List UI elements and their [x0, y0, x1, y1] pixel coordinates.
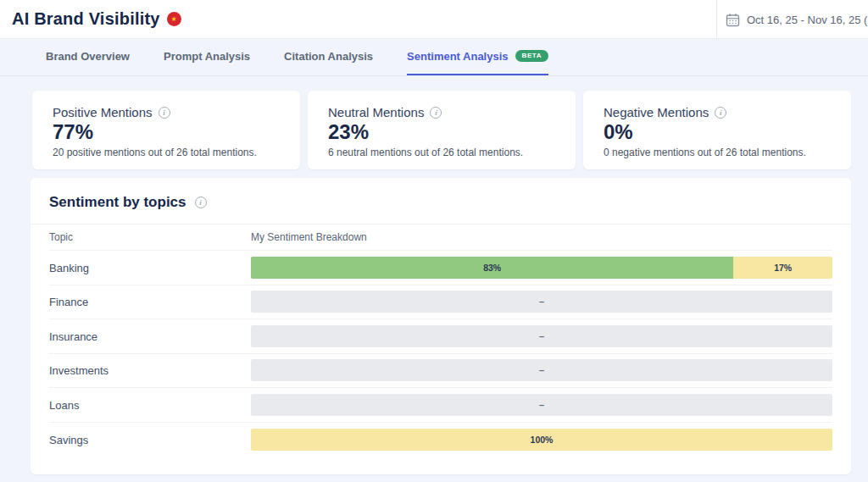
sentiment-segment-neutral[interactable]: 100% — [251, 429, 832, 451]
info-icon[interactable]: i — [159, 107, 170, 119]
sentiment-bar-empty: – — [251, 325, 832, 347]
stat-label: Neutral Mentions — [328, 105, 424, 119]
table-header-row: Topic My Sentiment Breakdown — [49, 224, 832, 251]
table-row-finance: Finance– — [49, 285, 832, 320]
stat-card-negative-mentions: Negative Mentionsi0%0 negative mentions … — [583, 91, 851, 169]
topic-name: Savings — [49, 434, 88, 446]
table-body: Banking83%17%Finance–Insurance–Investmen… — [31, 251, 851, 457]
panel-title: Sentiment by topics — [49, 194, 186, 211]
breakdown-cell: – — [251, 394, 832, 416]
app-header: AI Brand Visibility ★ Oct 16, 25 - Nov 1… — [0, 0, 868, 39]
tab-prompt-analysis[interactable]: Prompt Analysis — [164, 39, 250, 75]
sentiment-by-topics-panel: Sentiment by topics i Topic My Sentiment… — [31, 178, 851, 474]
breakdown-cell: 83%17% — [251, 257, 832, 279]
table-row-banking: Banking83%17% — [49, 251, 832, 285]
breakdown-cell: – — [251, 291, 832, 313]
stat-label-row: Negative Mentionsi — [604, 105, 831, 119]
stat-cards: Positive Mentionsi77%20 positive mention… — [32, 91, 851, 169]
stat-label: Negative Mentions — [604, 105, 709, 119]
beta-badge: BETA — [515, 50, 549, 62]
sentiment-bar-empty: – — [251, 394, 832, 416]
sentiment-bar-empty: – — [251, 359, 832, 381]
topic-cell: Savings — [49, 432, 251, 447]
table-row-insurance: Insurance– — [49, 319, 832, 354]
stat-description: 0 negative mentions out of 26 total ment… — [604, 147, 831, 158]
date-range-label: Oct 16, 25 - Nov 16, 25 (1 Month) — [747, 14, 868, 26]
breakdown-cell: – — [251, 359, 832, 381]
topic-cell: Investments — [49, 363, 251, 378]
column-header-topic: Topic — [49, 231, 251, 243]
tab-citation-analysis[interactable]: Citation Analysis — [284, 39, 373, 75]
page-title: AI Brand Visibility ★ — [12, 9, 181, 29]
tab-label: Prompt Analysis — [164, 50, 250, 63]
stat-label-row: Positive Mentionsi — [53, 105, 280, 119]
panel-title-row: Sentiment by topics i — [31, 178, 851, 224]
topic-name: Insurance — [49, 330, 97, 343]
table-row-loans: Loans– — [49, 388, 832, 423]
stat-description: 6 neutral mentions out of 26 total menti… — [328, 147, 555, 158]
breakdown-cell: 100% — [251, 429, 832, 451]
stat-card-neutral-mentions: Neutral Mentionsi23%6 neutral mentions o… — [308, 91, 576, 169]
tab-label: Citation Analysis — [284, 50, 373, 63]
info-icon[interactable]: i — [715, 107, 726, 119]
topic-cell: Banking — [49, 260, 251, 275]
stat-value: 23% — [328, 120, 555, 144]
info-icon[interactable]: i — [195, 197, 207, 208]
tab-label: Sentiment Analysis — [407, 50, 508, 63]
tab-bar: Brand OverviewPrompt AnalysisCitation An… — [0, 39, 868, 76]
info-icon[interactable]: i — [430, 107, 442, 119]
tab-sentiment-analysis[interactable]: Sentiment AnalysisBETA — [407, 39, 548, 75]
stat-label: Positive Mentions — [53, 105, 153, 119]
topic-name: Investments — [49, 364, 108, 377]
topic-cell: Insurance — [49, 329, 251, 344]
date-range-picker[interactable]: Oct 16, 25 - Nov 16, 25 (1 Month) — [726, 0, 868, 39]
brand-flag-icon: ★ — [167, 12, 181, 26]
tab-label: Brand Overview — [46, 50, 130, 63]
stat-description: 20 positive mentions out of 26 total men… — [53, 147, 280, 158]
stat-value: 77% — [53, 120, 280, 144]
topic-cell: Loans — [49, 397, 251, 413]
topic-name: Finance — [49, 296, 88, 308]
stat-value: 0% — [604, 120, 831, 144]
sentiment-bar: 100% — [251, 429, 832, 451]
table-row-investments: Investments– — [49, 354, 832, 389]
table-row-savings: Savings100% — [49, 423, 832, 457]
stat-label-row: Neutral Mentionsi — [328, 105, 555, 119]
sentiment-segment-positive[interactable]: 83% — [251, 257, 733, 279]
topic-cell: Finance — [49, 294, 251, 309]
sentiment-bar: 83%17% — [251, 257, 832, 279]
column-header-breakdown: My Sentiment Breakdown — [251, 231, 832, 243]
calendar-icon — [726, 13, 740, 27]
topic-name: Banking — [49, 262, 89, 274]
tab-brand-overview[interactable]: Brand Overview — [46, 39, 130, 75]
sentiment-segment-neutral[interactable]: 17% — [733, 257, 832, 279]
breakdown-cell: – — [251, 325, 832, 347]
sentiment-bar-empty: – — [251, 291, 832, 313]
topic-name: Loans — [49, 399, 79, 412]
page-title-text: AI Brand Visibility — [12, 9, 160, 29]
stat-card-positive-mentions: Positive Mentionsi77%20 positive mention… — [32, 91, 300, 169]
header-divider — [716, 0, 717, 39]
